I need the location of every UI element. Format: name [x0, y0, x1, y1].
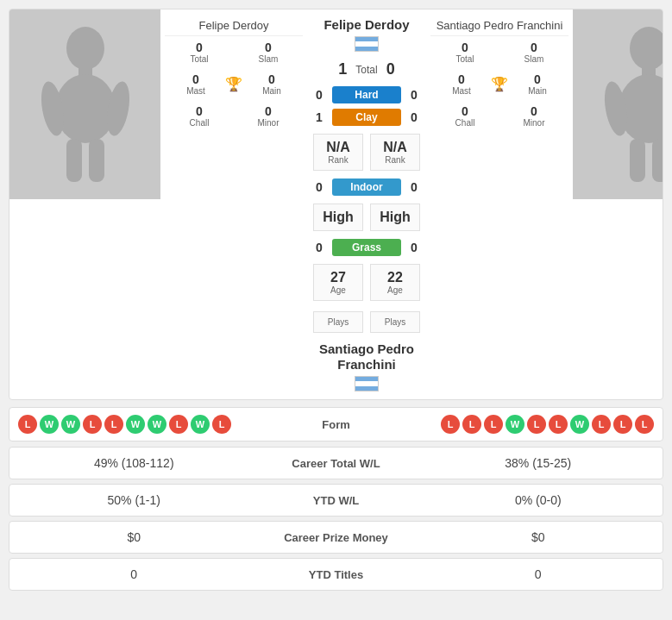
stat-row-player1-value: $0: [18, 530, 250, 544]
player1-middle-name: Felipe Derdoy: [323, 14, 409, 55]
stat-row: $0Career Prize Money$0: [9, 521, 663, 554]
stat-row: 49% (108-112)Career Total W/L38% (15-25): [9, 447, 663, 479]
stat-row: 0YTD Titles0: [9, 558, 663, 591]
player1-age-box: 27 Age: [313, 264, 363, 301]
player1-plays-box: Plays: [313, 311, 363, 333]
player2-main-val: 0: [511, 72, 564, 86]
svg-rect-5: [66, 139, 82, 182]
grass-row: 0 Grass 0: [311, 239, 422, 256]
player2-high-val: High: [374, 210, 416, 225]
stat-row-player1-value: 49% (108-112): [18, 456, 250, 470]
form-badge: L: [635, 415, 654, 434]
player1-hard-score: 0: [311, 88, 327, 102]
player1-mast-stat: 0 Mast: [166, 70, 225, 98]
main-container: Felipe Derdoy 0 Total 0 Slam 0 Mast 🏆: [0, 0, 672, 604]
player1-name-label: Felipe Derdoy: [165, 14, 303, 36]
player1-high-box: High: [313, 204, 363, 231]
player1-main-lbl: Main: [245, 86, 298, 96]
player1-chall-val: 0: [167, 104, 231, 118]
player2-minor-val: 0: [502, 104, 566, 118]
player2-rank-lbl: Rank: [374, 155, 416, 165]
player2-mast-val: 0: [435, 72, 488, 86]
player2-total-slam-row: 0 Total 0 Slam: [430, 38, 568, 66]
form-badge: L: [441, 415, 460, 434]
plays-row: Plays Plays: [311, 310, 422, 335]
player2-high-box: High: [370, 204, 420, 231]
svg-point-2: [55, 74, 116, 143]
player1-high-val: High: [317, 210, 359, 225]
player2-age-val: 22: [374, 270, 416, 285]
player2-mast-lbl: Mast: [435, 86, 488, 96]
form-section: LWWLLWWLWL Form LLLWLLWLLL: [9, 407, 663, 442]
player2-main-lbl: Main: [511, 86, 564, 96]
hard-row: 0 Hard 0: [311, 86, 422, 103]
player2-slam-val: 0: [502, 41, 566, 54]
grass-badge: Grass: [332, 239, 401, 256]
player1-minor-stat: 0 Minor: [234, 102, 303, 130]
player1-slam-lbl: Slam: [236, 54, 300, 64]
form-badge: L: [83, 415, 102, 434]
player1-plays-lbl: Plays: [317, 317, 359, 327]
player2-hard-score: 0: [406, 88, 422, 102]
svg-point-7: [630, 27, 664, 70]
player2-total-val: 0: [433, 41, 497, 54]
svg-rect-12: [630, 139, 645, 182]
stat-row-player2-value: 0: [423, 567, 655, 581]
stats-rows: 49% (108-112)Career Total W/L38% (15-25)…: [9, 447, 663, 591]
player2-photo: [573, 9, 663, 199]
player1-rank-val: N/A: [317, 140, 359, 155]
player2-indoor-score: 0: [406, 180, 422, 194]
player2-minor-stat: 0 Minor: [499, 102, 568, 130]
player1-flag: [355, 36, 379, 52]
player1-total-val: 0: [167, 41, 231, 54]
player1-form-badges: LWWLLWWLWL: [18, 415, 231, 434]
player2-slam-lbl: Slam: [502, 54, 566, 64]
player1-chall-lbl: Chall: [167, 118, 231, 128]
player1-slam-val: 0: [236, 41, 300, 54]
indoor-row: 0 Indoor 0: [311, 178, 422, 196]
player1-stats: Felipe Derdoy 0 Total 0 Slam 0 Mast 🏆: [160, 9, 307, 399]
form-badge: W: [126, 415, 145, 434]
player1-minor-val: 0: [236, 104, 300, 118]
player1-main-val: 0: [245, 72, 298, 86]
player1-age-val: 27: [317, 270, 359, 285]
player1-clay-score: 1: [311, 110, 327, 124]
svg-rect-13: [652, 139, 664, 182]
form-badge: L: [484, 415, 503, 434]
player2-total-stat: 0 Total: [430, 38, 499, 66]
form-badge: L: [592, 415, 611, 434]
stat-row-player1-value: 0: [18, 567, 250, 581]
player1-rank-box: N/A Rank: [313, 134, 363, 171]
players-section: Felipe Derdoy 0 Total 0 Slam 0 Mast 🏆: [9, 9, 663, 400]
indoor-badge: Indoor: [332, 178, 401, 196]
form-badge: W: [61, 415, 80, 434]
form-badge: W: [506, 415, 524, 434]
stat-row-player2-value: $0: [423, 530, 655, 544]
high-row: High High: [311, 202, 422, 233]
player2-grass-score: 0: [406, 241, 422, 254]
player1-age-lbl: Age: [317, 285, 359, 295]
stat-row: 50% (1-1)YTD W/L0% (0-0): [9, 484, 663, 517]
player2-total-score: 0: [386, 60, 395, 78]
player2-middle-name: Santiago Pedro Franchini: [311, 338, 422, 395]
player2-chall-val: 0: [433, 104, 497, 118]
svg-rect-6: [89, 139, 104, 182]
form-badge: L: [549, 415, 568, 434]
player1-rank-lbl: Rank: [317, 155, 359, 165]
form-badge: L: [462, 415, 481, 434]
total-label: Total: [355, 64, 377, 76]
player2-form-badges: LLLWLLWLLL: [441, 415, 654, 434]
player2-mast-stat: 0 Mast: [432, 70, 491, 98]
player2-trophy-row: 0 Mast 🏆 0 Main: [430, 68, 568, 100]
player2-flag: [355, 376, 379, 391]
player2-stats: Santiago Pedro Franchini 0 Total 0 Slam …: [426, 9, 573, 399]
player2-age-lbl: Age: [374, 285, 416, 295]
form-badge: L: [104, 415, 123, 434]
player1-slam-stat: 0 Slam: [234, 38, 303, 66]
player2-trophy-icon: 🏆: [491, 76, 508, 92]
clay-badge: Clay: [332, 109, 401, 126]
player1-chall-minor-row: 0 Chall 0 Minor: [165, 102, 303, 130]
player2-clay-score: 0: [406, 110, 422, 124]
player1-main-stat: 0 Main: [242, 70, 301, 98]
stat-row-player1-value: 50% (1-1): [18, 493, 250, 507]
